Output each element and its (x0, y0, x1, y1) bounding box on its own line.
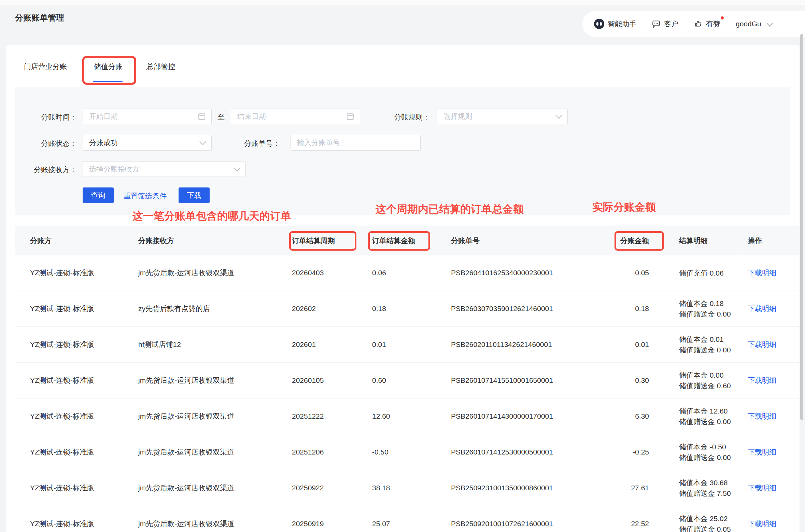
bill-no-label: 分账单号： (244, 139, 280, 148)
cell-details: 储值本金 0.00储值赠送金 0.60 (649, 370, 738, 391)
table-row: YZ测试-连锁-标准版hf测试店铺122026010.01PSB26020110… (15, 326, 800, 362)
reset-filters-button[interactable]: 重置筛选条件 (122, 191, 169, 201)
cell-receiver: jm先货后款-运河店收银双渠道 (123, 447, 277, 457)
table-row: YZ测试-连锁-标准版jm先货后款-运河店收银双渠道20251206-0.50P… (15, 434, 800, 470)
download-detail-link[interactable]: 下载明细 (748, 447, 776, 457)
cell-settle_amount: 12.60 (357, 412, 436, 420)
cell-period: 20250919 (277, 520, 357, 528)
cell-details: 储值本金 25.02储值赠送金 0.05 (649, 513, 738, 532)
cell-party: YZ测试-连锁-标准版 (15, 411, 123, 421)
customer-label: 客户 (664, 19, 678, 29)
split-rule-select[interactable]: 选择规则 (437, 109, 568, 124)
cell-bill_no: PSB2604101625340000230001 (436, 269, 615, 277)
split-time-label: 分账时间： (41, 112, 77, 122)
cell-period: 20250922 (277, 484, 357, 492)
header-divider (686, 19, 686, 28)
cell-split_amount: 27.61 (615, 484, 649, 492)
thumb-up-icon (694, 19, 703, 28)
cell-bill_no: PSB2603070359012621460001 (436, 305, 615, 313)
screen: 分账账单管理 智能助手 客户 有赞 (0, 0, 805, 532)
bill-no-input[interactable] (291, 135, 421, 151)
tab-stored-value-split[interactable]: 储值分账 (94, 62, 123, 71)
cell-settle_amount: 25.07 (357, 520, 436, 528)
cell-settle_amount: 38.18 (357, 484, 436, 492)
cell-details: 储值充值 0.06 (649, 268, 738, 278)
cell-details: 储值本金 0.01储值赠送金 0.00 (649, 334, 738, 355)
split-status-value: 分账成功 (89, 138, 200, 148)
tab-hq-control[interactable]: 总部管控 (146, 62, 175, 71)
cell-party: YZ测试-连锁-标准版 (15, 519, 123, 529)
cell-period: 202601 (277, 340, 357, 349)
start-date-input[interactable]: 开始日期 (83, 109, 212, 124)
cell-party: YZ测试-连锁-标准版 (15, 447, 123, 457)
tabs-divider (6, 82, 800, 82)
cell-split_amount: 6.30 (615, 412, 649, 420)
end-date-input[interactable]: 结束日期 (231, 109, 360, 124)
split-receiver-placeholder: 选择分账接收方 (89, 164, 235, 174)
ai-assistant-label: 智能助手 (608, 19, 636, 29)
query-button[interactable]: 查询 (83, 187, 114, 203)
cell-party: YZ测试-连锁-标准版 (15, 376, 123, 385)
cell-details: 储值本金 -0.50储值赠送金 0.00 (649, 442, 738, 463)
to-label: 至 (217, 112, 225, 122)
download-button[interactable]: 下载 (179, 187, 210, 203)
cell-bill_no: PSB2601071414300000170001 (436, 412, 615, 420)
tab-store-split[interactable]: 门店营业分账 (24, 62, 67, 71)
cell-receiver: jm先货后款-运河店收银双渠道 (123, 519, 277, 529)
scrollbar-thumb[interactable] (800, 34, 803, 420)
chevron-down-icon (199, 138, 206, 145)
robot-icon (594, 19, 604, 29)
table-row: YZ测试-连锁-标准版jm先货后款-运河店收银双渠道202601050.60PS… (15, 362, 800, 398)
download-detail-link[interactable]: 下载明细 (748, 268, 776, 278)
split-receiver-label: 分账接收方： (34, 165, 77, 174)
cell-receiver: zy先货后款有点赞的店 (123, 304, 277, 313)
user-menu[interactable]: goodGu (736, 20, 772, 28)
end-date-placeholder: 结束日期 (237, 112, 347, 121)
cell-party: YZ测试-连锁-标准版 (15, 304, 123, 313)
cell-split_amount: 0.01 (615, 340, 649, 349)
cell-receiver: jm先货后款-运河店收银双渠道 (123, 411, 277, 421)
cell-bill_no: PSB2601071415510001650001 (436, 376, 615, 384)
split-status-select[interactable]: 分账成功 (83, 135, 212, 151)
download-detail-link[interactable]: 下载明细 (748, 483, 776, 493)
cell-bill_no: PSB2509231001350000860001 (436, 484, 615, 492)
table-row: YZ测试-连锁-标准版zy先货后款有点赞的店2026020.18PSB26030… (15, 291, 800, 326)
table-row: YZ测试-连锁-标准版jm先货后款-运河店收银双渠道2025122212.60P… (15, 398, 800, 434)
cell-split_amount: 22.52 (615, 520, 649, 528)
customer-button[interactable]: 客户 (652, 19, 678, 29)
chevron-down-icon (555, 112, 562, 119)
cell-action: 下载明细 (738, 291, 800, 326)
youzan-button[interactable]: 有赞 (694, 19, 720, 29)
calendar-icon (198, 113, 205, 120)
annotation-settled-total: 这个周期内已结算的订单总金额 (376, 202, 524, 216)
ai-assistant-button[interactable]: 智能助手 (594, 19, 636, 29)
cell-period: 20251206 (277, 448, 357, 456)
download-detail-link[interactable]: 下载明细 (748, 304, 776, 313)
table-row: YZ测试-连锁-标准版jm先货后款-运河店收银双渠道2025091925.07P… (15, 506, 800, 532)
notification-dot (721, 16, 724, 19)
cell-action: 下载明细 (738, 363, 800, 398)
youzan-label: 有赞 (706, 19, 720, 29)
table-row: YZ测试-连锁-标准版jm先货后款-运河店收银双渠道202604030.06PS… (15, 255, 800, 291)
column-header-party: 分账方 (15, 236, 123, 246)
split-rule-placeholder: 选择规则 (443, 112, 556, 121)
cell-split_amount: -0.25 (615, 448, 649, 456)
column-header-bill_no: 分账单号 (436, 236, 615, 246)
column-header-details: 结算明细 (649, 235, 738, 246)
cell-period: 20251222 (277, 412, 357, 420)
cell-action: 下载明细 (738, 434, 800, 470)
cell-receiver: jm先货后款-运河店收银双渠道 (123, 483, 277, 493)
download-detail-link[interactable]: 下载明细 (748, 376, 776, 385)
table-header: 分账方分账接收方订单结算周期订单结算金额分账单号分账金额结算明细操作 (15, 226, 800, 255)
cell-split_amount: 0.18 (615, 305, 649, 313)
download-detail-link[interactable]: 下载明细 (748, 519, 776, 529)
download-detail-link[interactable]: 下载明细 (748, 340, 776, 349)
cell-settle_amount: -0.50 (357, 448, 436, 456)
cell-action: 下载明细 (738, 470, 800, 506)
download-detail-link[interactable]: 下载明细 (748, 411, 776, 421)
cell-period: 20260403 (277, 269, 357, 277)
header-divider (728, 19, 728, 28)
column-header-settle_amount: 订单结算金额 (357, 236, 436, 246)
split-receiver-select[interactable]: 选择分账接收方 (83, 161, 246, 177)
chevron-down-icon (766, 20, 773, 26)
